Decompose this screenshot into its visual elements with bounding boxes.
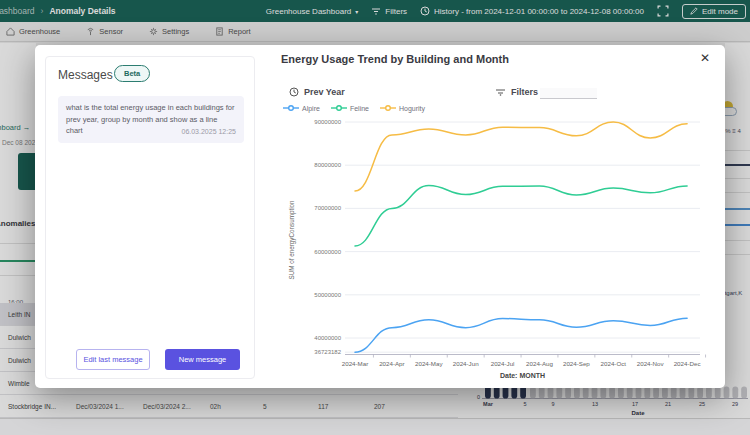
x-tick-label: 2024-Dec <box>674 360 701 367</box>
chart-title: Energy Usage Trend by Building and Month <box>281 53 509 65</box>
filter-icon <box>495 87 506 97</box>
x-tick-label: 2024-Oct <box>601 360 627 367</box>
y-tick-label: 50000000 <box>314 292 341 298</box>
legend-label: Feline <box>350 105 369 112</box>
beta-badge: Beta <box>114 65 150 82</box>
energy-trend-chart: 9000000080000000700000006000000050000000… <box>286 116 710 388</box>
y-tick-label: 60000000 <box>314 249 341 255</box>
x-tick-label: 2024-Sep <box>563 360 590 367</box>
y-tick-label: 36723182 <box>314 349 341 355</box>
x-tick-label: 2024-Jun <box>453 360 479 367</box>
x-tick-label: 2024-Aug <box>526 360 553 367</box>
clock-icon <box>289 87 299 97</box>
x-tick-label: 2024-Mar <box>342 360 368 367</box>
x-tick-label: 2024-Nov <box>637 360 665 367</box>
chart-filters-control[interactable]: Filters <box>495 87 538 97</box>
chart-legend: AlpireFelineHogurity <box>283 104 425 112</box>
y-axis-title: SUM of energyConsumption <box>288 200 296 280</box>
chart-filters-label: Filters <box>511 87 538 97</box>
legend-marker-icon <box>380 104 396 112</box>
series-line-alpire <box>355 318 687 352</box>
x-tick-label: 2024-Apr <box>379 360 404 367</box>
legend-item-alpire[interactable]: Alpire <box>283 104 320 112</box>
legend-marker-icon <box>331 104 347 112</box>
series-line-hogurity <box>355 122 687 191</box>
legend-label: Alpire <box>302 105 320 112</box>
x-axis-title: Date: MONTH <box>500 372 545 379</box>
new-message-button[interactable]: New message <box>165 349 240 370</box>
legend-item-hogurity[interactable]: Hogurity <box>380 104 425 112</box>
x-tick-label: 2024-Jul <box>491 360 515 367</box>
energy-usage-modal: Messages Beta what is the total energy u… <box>35 45 725 388</box>
messages-panel: Messages Beta what is the total energy u… <box>45 56 255 379</box>
x-tick-label: 2024-May <box>415 360 443 367</box>
messages-title: Messages <box>58 68 113 82</box>
series-line-feline <box>355 186 687 246</box>
filters-input[interactable] <box>540 88 597 99</box>
y-tick-label: 80000000 <box>314 162 341 168</box>
prev-year-label: Prev Year <box>304 87 345 97</box>
y-tick-label: 90000000 <box>314 119 341 125</box>
prev-year-toggle[interactable]: Prev Year <box>289 87 345 97</box>
legend-marker-icon <box>283 104 299 112</box>
y-tick-label: 70000000 <box>314 205 341 211</box>
y-tick-label: 40000000 <box>314 335 341 341</box>
legend-item-feline[interactable]: Feline <box>331 104 369 112</box>
edit-last-message-button[interactable]: Edit last message <box>76 349 150 370</box>
chat-message: what is the total energy usage in each b… <box>58 96 244 143</box>
close-icon[interactable]: ✕ <box>698 49 712 67</box>
legend-label: Hogurity <box>399 105 425 112</box>
chat-message-timestamp: 06.03.2025 12:25 <box>182 127 237 138</box>
